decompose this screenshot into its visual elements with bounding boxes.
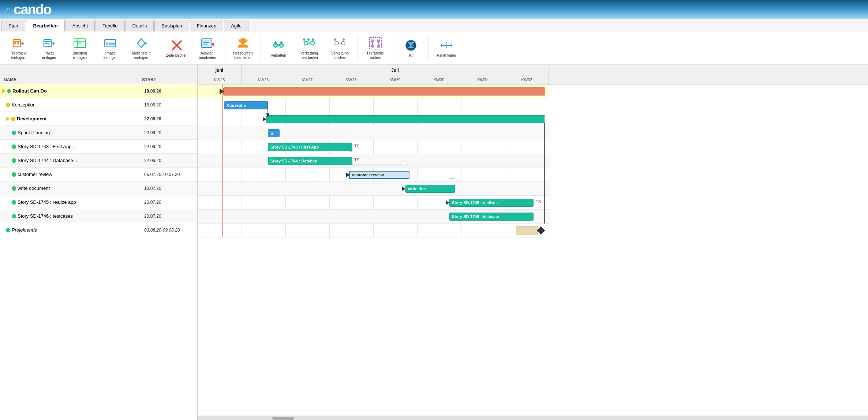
row-label: Development xyxy=(17,116,47,121)
arrow-customer-review xyxy=(346,173,350,177)
table-row[interactable]: Development 22.06.20 xyxy=(0,112,197,126)
arrow-marker-rollout xyxy=(220,89,224,94)
svg-rect-62 xyxy=(371,40,374,42)
svg-rect-9 xyxy=(45,43,47,44)
h-scrollbar-thumb[interactable] xyxy=(272,417,294,420)
row-start-1743: 22.06.20 xyxy=(142,144,197,149)
bar-1746: Story SD-1746 : testcase xyxy=(449,213,534,221)
row-label: Story SD-1744 : Database ... xyxy=(18,158,78,163)
table-row[interactable]: Rollout Can Do 18.06.20 xyxy=(0,84,197,98)
tab-finanzen[interactable]: Finanzen xyxy=(190,20,223,31)
week-kw32: KW32 xyxy=(505,75,549,84)
tab-bearbeiten[interactable]: Bearbeiten xyxy=(26,20,64,31)
bar-konzeption: Konzeptio xyxy=(224,101,268,109)
chart-row-projektende xyxy=(198,224,549,237)
toolbar-ki[interactable]: KI xyxy=(396,37,426,59)
svg-rect-10 xyxy=(48,43,49,44)
svg-rect-65 xyxy=(377,45,380,48)
hierarchie-label: Hierarchieändern xyxy=(367,51,384,60)
ki-icon xyxy=(404,39,418,52)
meilenstein-icon xyxy=(135,37,148,50)
zeile-loeschen-icon xyxy=(170,39,183,52)
row-name-rollout: Rollout Can Do xyxy=(0,88,142,94)
table-row[interactable]: Story SD-1746 : testcases 20.07.20 xyxy=(0,209,197,223)
table-header: NAME START xyxy=(0,65,197,84)
tab-agile[interactable]: Agile xyxy=(224,20,248,31)
toolbar-paket-einfuegen[interactable]: Paketeinfügen xyxy=(34,35,64,61)
toolbar-auswahl[interactable]: Auswahlbearbeiten xyxy=(193,35,222,61)
svg-rect-46 xyxy=(304,41,308,45)
tab-start[interactable]: Start xyxy=(1,20,25,31)
week-kw28: KW28 xyxy=(329,75,373,84)
toolbar-hierarchie[interactable]: Hierarchieändern xyxy=(361,35,390,61)
row-label: Rollout Can Do xyxy=(12,88,47,94)
chart-row-1745: Story SD-1745 : realize a TS xyxy=(198,196,549,210)
svg-rect-55 xyxy=(341,41,345,45)
table-row[interactable]: Projektende 03.08.20-09.08.20 xyxy=(0,223,197,237)
tab-basisplan[interactable]: Basisplan xyxy=(154,20,189,31)
circle-indicator xyxy=(12,214,16,218)
row-label: Projektende xyxy=(12,227,37,233)
table-row[interactable]: Story SD-1743 : First App ... 22.06.20 xyxy=(0,140,197,154)
home-icon[interactable]: ⌂ xyxy=(6,5,11,14)
row-start-1744: 22.06.20 xyxy=(142,158,197,163)
toolbar-verkettung-bearbeiten[interactable]: Verkettungbearbeiten xyxy=(295,35,324,61)
toolbar-zeile-loeschen[interactable]: Zeile löschen xyxy=(162,37,191,59)
logo-text: can do xyxy=(14,2,51,18)
week-kw29: KW29 xyxy=(373,75,417,84)
diamond-projektende xyxy=(537,226,545,235)
verkettung-loeschen-icon xyxy=(333,37,347,50)
row-start-development: 22.06.20 xyxy=(142,116,197,121)
chart-row-1744: Story SD-1744 : Databas TS xyxy=(198,154,549,168)
circle-indicator xyxy=(11,117,15,121)
toolbar-divider-1 xyxy=(159,35,159,61)
bar-1744: Story SD-1744 : Databas xyxy=(268,157,352,165)
h-scrollbar[interactable] xyxy=(198,416,868,420)
toolbar-baustein[interactable]: Bausteineinfügen xyxy=(65,35,94,61)
toolbar-ressourcen[interactable]: Ressourcenbearbeiten xyxy=(228,35,258,61)
toolbar-verkettung-loeschen[interactable]: Verkettunglöschen xyxy=(325,35,355,61)
toolbar-meilenstein[interactable]: Meilensteineinfügen xyxy=(127,35,156,61)
table-row[interactable]: Story SD-1744 : Database ... 22.06.20 xyxy=(0,154,197,168)
toolbar-verketten[interactable]: Verketten xyxy=(264,37,293,59)
table-row[interactable]: customer review 06.07.20-10.07.20 xyxy=(0,168,197,181)
table-row[interactable]: write document 13.07.20 xyxy=(0,181,197,195)
circle-indicator xyxy=(12,145,16,149)
chart-row-sprint: S xyxy=(198,126,549,140)
table-row[interactable]: Sprint Planning 22.06.20 xyxy=(0,126,197,140)
main-area: NAME START Rollout Can Do 18.06.20 Konze… xyxy=(0,65,868,420)
row-name-1745: Story SD-1745 : realize app xyxy=(0,199,142,205)
chart-row-konzeption: Konzeptio xyxy=(198,98,549,112)
menubar: Start Bearbeiten Ansicht Tabelle Details… xyxy=(0,19,868,32)
bar-1745: Story SD-1745 : realize a xyxy=(449,199,534,207)
tab-ansicht[interactable]: Ansicht xyxy=(66,20,95,31)
arrow-1745 xyxy=(446,200,449,205)
svg-rect-47 xyxy=(311,41,314,45)
tab-tabelle[interactable]: Tabelle xyxy=(96,20,124,31)
logo: ⌂ can do xyxy=(6,2,51,18)
toolbar: Teilprojekteinfügen Paketeinfügen xyxy=(0,32,868,65)
baustein-label: Bausteineinfügen xyxy=(73,51,87,60)
col-name-header: NAME xyxy=(0,77,142,82)
table-row[interactable]: Story SD-1745 : realize app 20.07.20 xyxy=(0,195,197,209)
paket-einfuegen-label: Paketeinfügen xyxy=(42,51,56,60)
month-juni: juni xyxy=(198,65,242,75)
row-label: Story SD-1745 : realize app xyxy=(18,199,76,205)
verketten-icon xyxy=(272,39,285,52)
svg-point-34 xyxy=(239,39,242,42)
tab-details[interactable]: Details xyxy=(126,20,154,31)
row-start-1745: 20.07.20 xyxy=(142,200,197,205)
toolbar-divider-4 xyxy=(358,35,358,61)
chart-row-customer-review: customer review xyxy=(198,168,549,182)
row-name-write-doc: write document xyxy=(0,185,142,191)
row-start-konzeption: 18.06.20 xyxy=(142,102,197,108)
toolbar-paket-teilen[interactable]: Paket teilen xyxy=(432,37,461,59)
ts-label-1744: TS xyxy=(354,158,359,162)
ressourcen-icon xyxy=(236,37,250,50)
toolbar-teilprojekt[interactable]: Teilprojekteinfügen xyxy=(4,35,33,61)
toolbar-phase[interactable]: Phaseeinfügen xyxy=(96,35,125,61)
bar-sprint: S xyxy=(268,129,280,137)
gantt-chart: juni Juli KW25 KW26 KW27 KW28 KW29 KW30 … xyxy=(198,65,868,420)
table-row[interactable]: Konzeption 18.06.20 xyxy=(0,98,197,112)
week-kw25: KW25 xyxy=(198,75,242,84)
